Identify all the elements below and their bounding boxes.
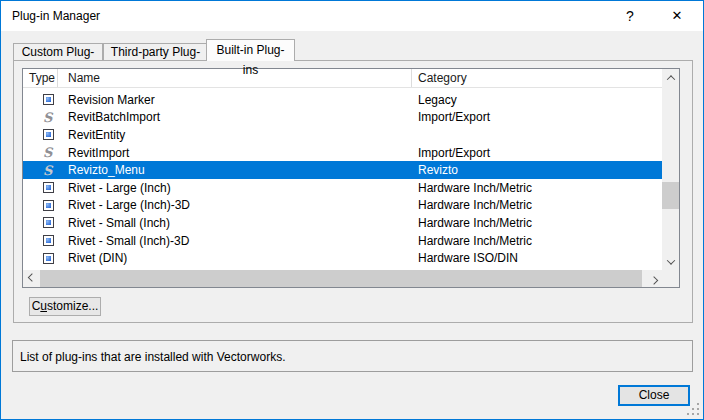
row-category-cell: Hardware ISO/DIN bbox=[412, 251, 662, 265]
row-category-cell: Hardware Inch/Metric bbox=[412, 234, 662, 248]
table-row[interactable]: Rivet (DIN) Hardware ISO/DIN bbox=[23, 249, 662, 267]
row-category-cell: Import/Export bbox=[412, 146, 662, 160]
help-icon: ? bbox=[626, 8, 634, 24]
description-box: List of plug-ins that are installed with… bbox=[12, 340, 693, 372]
button-label: stomize... bbox=[47, 299, 98, 313]
row-type-cell: S bbox=[23, 111, 58, 124]
tool-icon bbox=[43, 253, 54, 264]
row-name-cell: Revizto_Menu bbox=[58, 163, 412, 177]
button-label: u bbox=[40, 299, 47, 313]
plugin-list-rows: Revision Marker Legacy S RevitBatchImpor… bbox=[23, 89, 662, 270]
chevron-up-icon bbox=[666, 75, 674, 83]
chevron-down-icon bbox=[666, 256, 674, 264]
script-icon: S bbox=[43, 146, 54, 159]
row-type-cell: S bbox=[23, 164, 58, 177]
table-row[interactable]: Rivet - Small (Inch)-3D Hardware Inch/Me… bbox=[23, 232, 662, 250]
button-label: Close bbox=[639, 388, 670, 402]
script-icon: S bbox=[43, 111, 54, 124]
tool-icon bbox=[43, 129, 54, 140]
row-type-cell bbox=[23, 253, 58, 264]
scroll-right-button[interactable] bbox=[645, 270, 662, 287]
tool-icon bbox=[43, 200, 54, 211]
scrollbar-corner bbox=[662, 270, 679, 287]
resize-grip-icon[interactable] bbox=[687, 403, 700, 416]
row-name-cell: Rivet (DIN) bbox=[58, 251, 412, 265]
table-row[interactable]: Rivet - Large (Inch) Hardware Inch/Metri… bbox=[23, 179, 662, 197]
window-title: Plug-in Manager bbox=[12, 1, 100, 31]
tab-content-pane: Type Name Category Revision Marker Legac… bbox=[13, 60, 693, 323]
button-label: C bbox=[32, 299, 41, 313]
row-category-cell: Hardware Inch/Metric bbox=[412, 198, 662, 212]
row-name-cell: Rivet - Small (Inch)-3D bbox=[58, 234, 412, 248]
title-bar: Plug-in Manager ? ✕ bbox=[1, 1, 703, 31]
chevron-right-icon bbox=[649, 276, 657, 284]
close-window-button[interactable]: ✕ bbox=[654, 1, 700, 31]
table-row[interactable]: Revision Marker Legacy bbox=[23, 91, 662, 109]
row-type-cell bbox=[23, 200, 58, 211]
row-name-cell: RevitImport bbox=[58, 146, 412, 160]
vertical-scrollbar[interactable] bbox=[662, 69, 679, 270]
horizontal-scrollbar[interactable] bbox=[23, 270, 662, 287]
column-header-type[interactable]: Type bbox=[23, 69, 58, 87]
vertical-scrollbar-thumb[interactable] bbox=[662, 182, 679, 209]
plugin-manager-dialog: Plug-in Manager ? ✕ Custom Plug-ins Thir… bbox=[0, 0, 704, 420]
scroll-up-button[interactable] bbox=[662, 69, 679, 86]
list-header: Type Name Category bbox=[23, 69, 662, 88]
row-name-cell: Rivet - Large (Inch) bbox=[58, 181, 412, 195]
row-category-cell: Revizto bbox=[412, 163, 662, 177]
row-name-cell: Revision Marker bbox=[58, 93, 412, 107]
tool-icon bbox=[43, 217, 54, 228]
tool-icon bbox=[43, 235, 54, 246]
tool-icon bbox=[43, 182, 54, 193]
row-type-cell: S bbox=[23, 146, 58, 159]
tool-icon bbox=[43, 94, 54, 105]
scroll-down-button[interactable] bbox=[662, 253, 679, 270]
row-name-cell: RevitBatchImport bbox=[58, 110, 412, 124]
table-row[interactable]: RevitEntity bbox=[23, 126, 662, 144]
help-button[interactable]: ? bbox=[607, 1, 653, 31]
column-header-name[interactable]: Name bbox=[58, 69, 412, 87]
customize-button[interactable]: Customize... bbox=[29, 297, 101, 316]
row-type-cell bbox=[23, 235, 58, 246]
row-category-cell: Hardware Inch/Metric bbox=[412, 216, 662, 230]
tab-custom-plugins[interactable]: Custom Plug-ins bbox=[13, 43, 103, 61]
row-category-cell: Hardware Inch/Metric bbox=[412, 181, 662, 195]
column-header-category[interactable]: Category bbox=[412, 69, 662, 87]
script-icon: S bbox=[43, 164, 54, 177]
row-type-cell bbox=[23, 182, 58, 193]
table-row[interactable]: S RevitBatchImport Import/Export bbox=[23, 109, 662, 127]
close-button[interactable]: Close bbox=[618, 385, 690, 406]
horizontal-scrollbar-thumb[interactable] bbox=[40, 270, 642, 287]
plugin-list: Type Name Category Revision Marker Legac… bbox=[22, 68, 680, 288]
scroll-left-button[interactable] bbox=[23, 270, 40, 287]
tab-thirdparty-plugins[interactable]: Third-party Plug-ins bbox=[103, 43, 208, 61]
chevron-left-icon bbox=[27, 273, 35, 281]
tab-builtin-plugins[interactable]: Built-in Plug-ins bbox=[206, 39, 295, 61]
table-row[interactable]: S Revizto_Menu Revizto bbox=[23, 161, 662, 179]
row-type-cell bbox=[23, 94, 58, 105]
row-type-cell bbox=[23, 217, 58, 228]
status-text: List of plug-ins that are installed with… bbox=[20, 350, 285, 364]
close-icon: ✕ bbox=[672, 8, 683, 23]
row-type-cell bbox=[23, 129, 58, 140]
row-category-cell: Legacy bbox=[412, 93, 662, 107]
row-name-cell: Rivet - Large (Inch)-3D bbox=[58, 198, 412, 212]
table-row[interactable]: Rivet - Large (Inch)-3D Hardware Inch/Me… bbox=[23, 197, 662, 215]
row-name-cell: Rivet - Small (Inch) bbox=[58, 216, 412, 230]
table-row[interactable]: S RevitImport Import/Export bbox=[23, 144, 662, 162]
row-category-cell: Import/Export bbox=[412, 110, 662, 124]
table-row[interactable]: Rivet - Small (Inch) Hardware Inch/Metri… bbox=[23, 214, 662, 232]
row-name-cell: RevitEntity bbox=[58, 128, 412, 142]
